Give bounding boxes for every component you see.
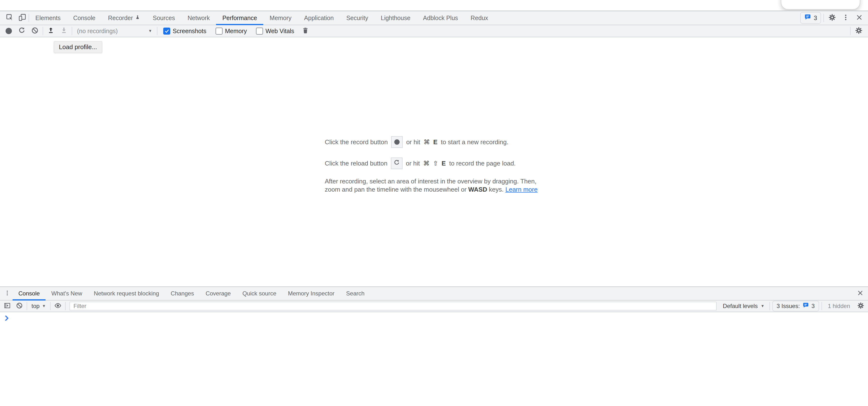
reload-instruction-line: Click the reload button or hit ⌘ ⇧ E to … [325, 157, 538, 169]
issues-count: 3 [812, 303, 815, 309]
reload-and-profile-button[interactable] [17, 26, 27, 36]
divider [769, 302, 770, 310]
save-profile-button-disabled[interactable] [59, 26, 69, 36]
tab-recorder[interactable]: Recorder [102, 11, 147, 25]
tabbar-right-controls: 3 [800, 12, 868, 24]
drawer: Console What's New Network request block… [0, 286, 868, 406]
drawer-tab-changes[interactable]: Changes [165, 287, 200, 300]
devtools-tabbar: Elements Console Recorder Sources Networ… [0, 11, 868, 25]
divider [65, 302, 66, 310]
garbage-collect-button[interactable] [300, 26, 311, 36]
divider [157, 27, 157, 35]
javascript-context-dropdown[interactable]: top ▼ [30, 303, 48, 309]
devtools-window: Elements Console Recorder Sources Networ… [0, 11, 868, 406]
record-instruction-line: Click the record button or hit ⌘ E to st… [325, 136, 538, 148]
wasd-keys-label: WASD [468, 186, 487, 193]
record-button[interactable] [3, 26, 14, 36]
gear-icon [857, 302, 865, 310]
close-devtools-button[interactable] [854, 12, 865, 24]
close-icon [857, 290, 864, 297]
log-levels-dropdown[interactable]: Default levels ▼ [720, 303, 767, 309]
kebab-menu-icon [4, 290, 10, 297]
cmd-key-symbol: ⌘ [424, 138, 430, 146]
memory-checkbox[interactable]: Memory [216, 28, 247, 35]
empty-state-instructions: Click the record button or hit ⌘ E to st… [325, 136, 538, 194]
divider [27, 302, 27, 310]
issues-bubble-icon [804, 13, 811, 22]
drawer-tab-network-request-blocking[interactable]: Network request blocking [88, 287, 165, 300]
tab-application[interactable]: Application [298, 11, 340, 25]
screenshots-checkbox[interactable]: Screenshots [163, 28, 206, 35]
divider [824, 14, 824, 22]
chevron-down-icon: ▼ [148, 29, 152, 33]
trash-icon [302, 27, 309, 35]
close-drawer-button[interactable] [855, 288, 866, 299]
tab-redux[interactable]: Redux [464, 11, 494, 25]
drawer-tab-coverage[interactable]: Coverage [200, 287, 237, 300]
inline-record-button[interactable] [391, 136, 403, 148]
load-profile-button[interactable] [45, 26, 56, 36]
divider [72, 27, 72, 35]
drawer-tab-whats-new[interactable]: What's New [45, 287, 88, 300]
drawer-tab-quick-source[interactable]: Quick source [237, 287, 282, 300]
console-filter-input[interactable] [69, 302, 716, 310]
upload-arrow-icon [47, 27, 55, 35]
checkbox-checked-icon [163, 28, 170, 35]
cmd-key-symbol: ⌘ [423, 160, 430, 167]
inspect-element-button[interactable] [3, 11, 16, 24]
issues-count: 3 [814, 14, 817, 22]
tab-network[interactable]: Network [181, 11, 216, 25]
tab-elements[interactable]: Elements [29, 11, 67, 25]
load-profile-tooltip: Load profile... [54, 41, 102, 53]
chevron-down-icon: ▼ [42, 304, 46, 308]
tab-lighthouse[interactable]: Lighthouse [374, 11, 416, 25]
device-toolbar-button[interactable] [16, 11, 29, 24]
device-toolbar-icon [18, 13, 26, 23]
tab-adblock-plus[interactable]: Adblock Plus [417, 11, 465, 25]
issues-counter-button[interactable]: 3 Issues: 3 [772, 301, 819, 311]
tips-paragraph: After recording, select an area of inter… [325, 177, 538, 194]
console-settings-button[interactable] [856, 301, 866, 311]
performance-panel-content: Load profile... Click the record button … [0, 37, 868, 286]
create-live-expression-button[interactable] [53, 301, 63, 311]
gear-icon [855, 26, 863, 36]
drawer-tab-memory-inspector[interactable]: Memory Inspector [282, 287, 340, 300]
issues-bubble-icon [802, 302, 809, 310]
drawer-tab-search[interactable]: Search [340, 287, 370, 300]
capture-settings-button[interactable] [853, 26, 865, 36]
kebab-menu-icon [842, 14, 849, 22]
chevron-down-icon: ▼ [761, 304, 765, 308]
learn-more-link[interactable]: Learn more [505, 186, 538, 193]
download-arrow-icon [60, 27, 68, 35]
experiment-flask-icon [135, 14, 140, 22]
tab-performance[interactable]: Performance [216, 11, 263, 25]
drawer-menu-button[interactable] [2, 288, 12, 299]
tab-console[interactable]: Console [67, 11, 102, 25]
console-sidebar-toggle-button[interactable] [2, 301, 12, 311]
clear-console-button[interactable] [14, 301, 24, 311]
drawer-tab-console[interactable]: Console [12, 287, 45, 300]
gear-icon [828, 13, 836, 23]
console-prompt-chevron-icon [5, 315, 9, 322]
divider [50, 302, 51, 310]
checkbox-unchecked-icon [256, 28, 263, 35]
console-messages-area[interactable] [0, 312, 868, 406]
close-icon [856, 14, 863, 22]
tab-memory[interactable]: Memory [263, 11, 298, 25]
web-vitals-checkbox[interactable]: Web Vitals [256, 28, 294, 35]
record-icon [6, 28, 12, 34]
eye-icon [54, 302, 62, 310]
tab-security[interactable]: Security [340, 11, 374, 25]
e-key-symbol: E [441, 160, 445, 167]
tab-sources[interactable]: Sources [147, 11, 181, 25]
inline-reload-button[interactable] [391, 158, 403, 169]
more-options-button[interactable] [840, 12, 851, 24]
drawer-tabbar: Console What's New Network request block… [0, 287, 868, 301]
console-toolbar: top ▼ Default levels ▼ 3 Issues: [0, 301, 868, 312]
sidebar-panel-icon [4, 302, 11, 310]
browser-strip [0, 0, 868, 11]
issues-counter-button[interactable]: 3 [800, 12, 821, 24]
recordings-dropdown[interactable]: (no recordings) ▼ [74, 28, 155, 35]
clear-recording-button[interactable] [30, 26, 40, 36]
settings-button[interactable] [826, 12, 838, 24]
